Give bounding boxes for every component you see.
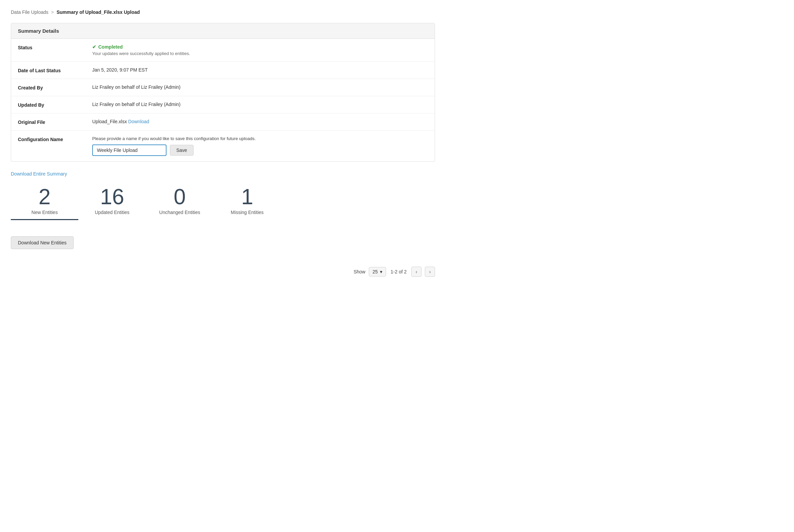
checkmark-icon: ✔ [92, 44, 96, 50]
breadcrumb-parent[interactable]: Data File Uploads [11, 10, 48, 15]
config-input-row: Save [92, 145, 428, 156]
status-text: Completed [98, 44, 123, 50]
status-sub-text: Your updates were successfully applied t… [92, 51, 428, 56]
stat-number: 0 [173, 186, 186, 208]
config-name-label: Configuration Name [18, 136, 92, 142]
file-download-link[interactable]: Download [128, 119, 149, 124]
pagination-next-button[interactable]: › [425, 267, 435, 277]
status-completed: ✔ Completed [92, 44, 428, 50]
stat-number: 2 [38, 186, 51, 208]
summary-row-updated-by: Updated By Liz Frailey on behalf of Liz … [11, 96, 435, 113]
pagination-prev-button[interactable]: ‹ [411, 267, 422, 277]
stat-label: Unchanged Entities [159, 210, 200, 215]
summary-row-created-by: Created By Liz Frailey on behalf of Liz … [11, 79, 435, 96]
stat-item-missing-entities[interactable]: 1 Missing Entities [214, 186, 281, 220]
stat-label: Missing Entities [231, 210, 263, 215]
breadcrumb-current: Summary of Upload_File.xlsx Upload [56, 10, 140, 15]
page-wrapper: Data File Uploads > Summary of Upload_Fi… [0, 0, 446, 286]
created-by-value: Liz Frailey on behalf of Liz Frailey (Ad… [92, 84, 428, 90]
stat-item-updated-entities[interactable]: 16 Updated Entities [78, 186, 146, 220]
stat-label: New Entities [32, 210, 58, 215]
status-label: Status [18, 44, 92, 50]
pagination-bar: Show 25 ▾ 1-2 of 2 ‹ › [11, 267, 435, 277]
config-hint: Please provide a name if you would like … [92, 136, 428, 141]
summary-row-config-name: Configuration Name Please provide a name… [11, 131, 435, 162]
summary-row-status: Status ✔ Completed Your updates were suc… [11, 39, 435, 62]
chevron-down-icon: ▾ [380, 269, 382, 274]
updated-by-value: Liz Frailey on behalf of Liz Frailey (Ad… [92, 101, 428, 107]
stat-label: Updated Entities [95, 210, 130, 215]
breadcrumb: Data File Uploads > Summary of Upload_Fi… [11, 10, 435, 15]
original-file-label: Original File [18, 119, 92, 125]
stat-number: 1 [241, 186, 253, 208]
stat-item-new-entities[interactable]: 2 New Entities [11, 186, 78, 220]
show-label: Show [354, 269, 365, 274]
breadcrumb-separator: > [51, 10, 54, 15]
status-value: ✔ Completed Your updates were successful… [92, 44, 428, 56]
summary-row-original-file: Original File Upload_File.xlsx Download [11, 113, 435, 131]
stats-row: 2 New Entities 16 Updated Entities 0 Unc… [11, 186, 435, 220]
updated-by-label: Updated By [18, 101, 92, 108]
config-name-value: Please provide a name if you would like … [92, 136, 428, 156]
stat-item-unchanged-entities[interactable]: 0 Unchanged Entities [146, 186, 214, 220]
config-name-input[interactable] [92, 145, 166, 156]
date-value: Jan 5, 2020, 9:07 PM EST [92, 67, 428, 73]
download-summary-link[interactable]: Download Entire Summary [11, 171, 67, 176]
stats-section: 2 New Entities 16 Updated Entities 0 Unc… [11, 186, 435, 220]
summary-card: Summary Details Status ✔ Completed Your … [11, 23, 435, 162]
per-page-select[interactable]: 25 ▾ [369, 267, 386, 277]
save-config-button[interactable]: Save [170, 145, 193, 156]
file-name: Upload_File.xlsx [92, 119, 128, 124]
download-new-entities-button[interactable]: Download New Entities [11, 236, 74, 249]
summary-card-header: Summary Details [11, 23, 435, 39]
original-file-value: Upload_File.xlsx Download [92, 119, 428, 124]
per-page-value: 25 [372, 269, 378, 274]
stat-number: 16 [100, 186, 124, 208]
summary-row-date: Date of Last Status Jan 5, 2020, 9:07 PM… [11, 62, 435, 79]
created-by-label: Created By [18, 84, 92, 91]
pagination-range: 1-2 of 2 [391, 269, 407, 274]
date-label: Date of Last Status [18, 67, 92, 73]
